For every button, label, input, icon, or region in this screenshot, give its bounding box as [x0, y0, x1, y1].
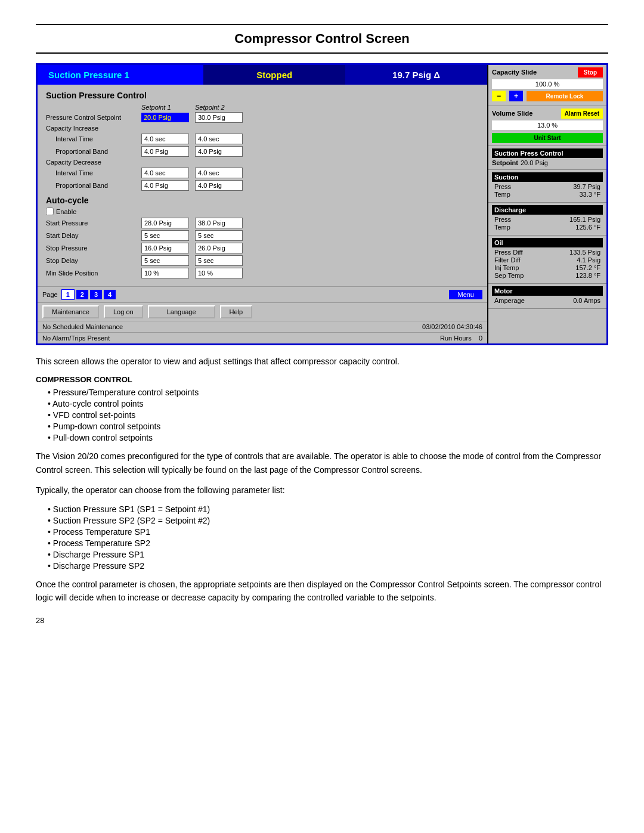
stop-delay-sp1-input[interactable]: [141, 255, 189, 266]
intro-paragraph: This screen allows the operator to view …: [36, 355, 608, 368]
motor-amperage-label: Amperage: [494, 297, 525, 304]
min-slide-sp1-input[interactable]: [141, 268, 189, 278]
cd-prop-sp2-input[interactable]: [195, 180, 243, 191]
alarm-reset-button[interactable]: Alarm Reset: [561, 109, 603, 119]
capacity-decrease-label-row: Capacity Decrease: [46, 159, 479, 166]
pressure-control-label: Pressure Control Setpoint: [46, 114, 141, 121]
help-button[interactable]: Help: [220, 305, 253, 318]
oil-data-rows: Press Diff 133.5 Psig Filter Diff 4.1 Ps…: [492, 247, 603, 281]
discharge-data-rows: Press 165.1 Psig Temp 125.6 °F: [492, 215, 603, 233]
start-pressure-sp1-input[interactable]: [141, 218, 189, 228]
para1: The Vision 20/20 comes preconfigured for…: [36, 450, 608, 476]
bullet-5: Pull-down control setpoints: [48, 433, 608, 442]
pressure-control-setpoint-row: Pressure Control Setpoint: [46, 112, 479, 123]
ci-int-sp1-input[interactable]: [141, 134, 189, 144]
compressor-screen: Suction Pressure 1 Stopped 19.7 Psig Δ S…: [36, 63, 608, 345]
start-pressure-sp2-input[interactable]: [195, 218, 243, 228]
para3: Once the control parameter is chosen, th…: [36, 578, 608, 605]
ci-prop-sp2-input[interactable]: [195, 146, 243, 157]
suction-press-label: Press: [494, 183, 511, 190]
discharge-temp-row: Temp 125.6 °F: [494, 224, 600, 231]
param-bullet-6: Discharge Pressure SP2: [48, 561, 608, 571]
title-divider: [36, 52, 608, 54]
suction-press-value: 39.7 Psig: [573, 183, 600, 190]
start-delay-sp1-input[interactable]: [141, 230, 189, 241]
page-btn-3[interactable]: 3: [90, 290, 102, 299]
cd-int-sp1-input[interactable]: [141, 168, 189, 178]
left-panel: Suction Pressure 1 Stopped 19.7 Psig Δ S…: [38, 65, 487, 343]
param-bullet-3: Process Temperature SP1: [48, 527, 608, 537]
remote-lock-button[interactable]: Remote Lock: [527, 91, 603, 101]
pagination-bar: Page 1 2 3 4 Menu: [38, 286, 487, 302]
ci-prop-sp1-input[interactable]: [141, 146, 189, 157]
capacity-minus-button[interactable]: −: [492, 91, 506, 101]
capacity-slide-section: Capacity Slide Stop 100.0 % − + Remote L…: [488, 65, 606, 106]
motor-amperage-value: 0.0 Amps: [573, 297, 600, 304]
suction-temp-value: 33.3 °F: [579, 191, 600, 198]
page-btn-1[interactable]: 1: [61, 289, 75, 300]
alarm-status-text: No Alarm/Trips Present: [42, 335, 440, 342]
psig-header: 19.7 Psig Δ: [345, 65, 487, 85]
stop-pressure-row: Stop Pressure: [46, 243, 479, 253]
top-divider: [36, 24, 608, 25]
page-btn-2[interactable]: 2: [76, 290, 88, 299]
capacity-plus-button[interactable]: +: [509, 91, 523, 101]
suction-temp-row: Temp 33.3 °F: [494, 191, 600, 198]
auto-cycle-checkbox[interactable]: [46, 208, 54, 215]
alarm-status-bar: No Alarm/Trips Present Run Hours 0: [38, 332, 487, 343]
discharge-press-value: 165.1 Psig: [569, 216, 600, 223]
interval-time-row: Interval Time: [46, 134, 479, 144]
ci-int-sp2-input[interactable]: [195, 134, 243, 144]
bullet-1: Pressure/Temperature control setpoints: [48, 388, 608, 397]
cd-prop-sp1-input[interactable]: [141, 180, 189, 191]
start-delay-sp2-input[interactable]: [195, 230, 243, 241]
menu-button[interactable]: Menu: [449, 290, 482, 299]
suction-data-section: Suction Press 39.7 Psig Temp 33.3 °F: [488, 170, 606, 203]
logon-button[interactable]: Log on: [104, 305, 143, 318]
right-panel: Capacity Slide Stop 100.0 % − + Remote L…: [487, 65, 606, 343]
datetime-display: 03/02/2010 04:30:46: [422, 323, 482, 330]
min-slide-row: Min Slide Position: [46, 268, 479, 278]
stop-button[interactable]: Stop: [578, 67, 603, 78]
sp2-pressure-input[interactable]: [195, 112, 243, 123]
discharge-press-row: Press 165.1 Psig: [494, 216, 600, 223]
bullet-2: Auto-cycle control points: [48, 399, 608, 408]
stop-delay-sp2-input[interactable]: [195, 255, 243, 266]
suction-setpoint-value: 20.0 Psig: [521, 159, 548, 166]
bullet-3: VFD control set-points: [48, 410, 608, 420]
discharge-data-header: Discharge: [492, 205, 603, 215]
suction-press-control-header: Suction Press Control: [492, 148, 603, 158]
sp1-pressure-input[interactable]: [141, 113, 189, 122]
action-bar: Maintenance Log on Language Help: [38, 302, 487, 321]
volume-slide-header: Volume Slide Alarm Reset: [492, 109, 603, 119]
oil-sep-temp-value: 123.8 °F: [575, 272, 600, 279]
setpoints-header: Setpoint 1 Setpoint 2: [141, 104, 479, 111]
language-button[interactable]: Language: [148, 305, 215, 318]
discharge-temp-value: 125.6 °F: [575, 224, 600, 231]
page-number: 28: [36, 616, 608, 625]
stop-pressure-sp1-input[interactable]: [141, 243, 189, 253]
content-area: Suction Pressure Control Setpoint 1 Setp…: [38, 85, 487, 286]
capacity-slide-header: Capacity Slide Stop: [492, 67, 603, 78]
oil-inj-temp-label: Inj Temp: [494, 264, 519, 271]
start-delay-label: Start Delay: [46, 232, 141, 239]
suction-setpoint-label: Setpoint: [492, 159, 518, 166]
prop-band-cd-row: Proportional Band: [46, 180, 479, 191]
param-bullet-4: Process Temperature SP2: [48, 538, 608, 548]
header-bar: Suction Pressure 1 Stopped 19.7 Psig Δ: [38, 65, 487, 85]
cd-int-sp2-input[interactable]: [195, 168, 243, 178]
volume-percent-display: 13.0 %: [492, 120, 603, 130]
interval-time-cd-row: Interval Time: [46, 168, 479, 178]
min-slide-sp2-input[interactable]: [195, 268, 243, 278]
page-btn-4[interactable]: 4: [104, 290, 116, 299]
interval-time-label: Interval Time: [46, 135, 141, 143]
bullet-4: Pump-down control setpoints: [48, 422, 608, 431]
discharge-temp-label: Temp: [494, 224, 510, 231]
oil-sep-temp-row: Sep Temp 123.8 °F: [494, 272, 600, 279]
suction-data-header: Suction: [492, 172, 603, 182]
unit-start-button[interactable]: Unit Start: [492, 133, 603, 143]
page-label: Page: [42, 291, 58, 298]
motor-data-rows: Amperage 0.0 Amps: [492, 296, 603, 306]
stop-pressure-sp2-input[interactable]: [195, 243, 243, 253]
maintenance-button[interactable]: Maintenance: [42, 305, 99, 318]
